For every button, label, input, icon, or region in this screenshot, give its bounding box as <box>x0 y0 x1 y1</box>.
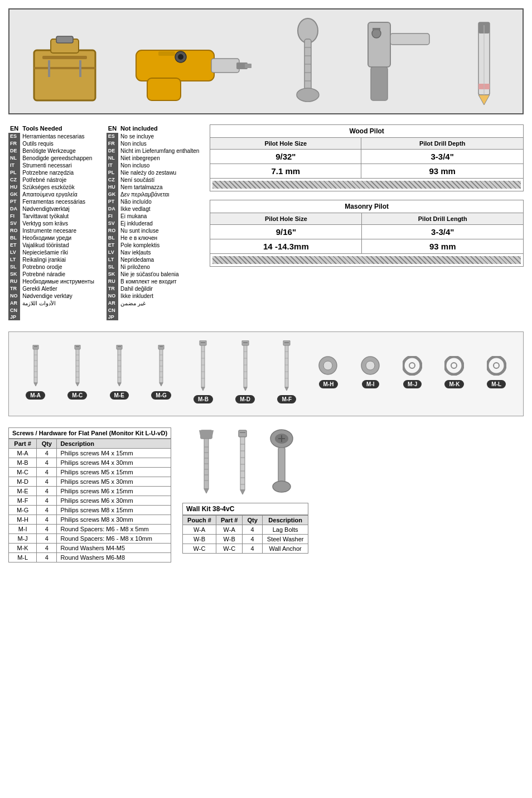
hw-part: M-B <box>9 458 37 468</box>
lang-code: ES <box>107 133 118 140</box>
part-label-m-c: M-C <box>67 391 87 400</box>
wall-kit-row: W-BW-B4Steel Washer <box>183 535 308 544</box>
hw-part: M-F <box>9 496 37 506</box>
svg-marker-116 <box>204 489 209 493</box>
lang-code: AR <box>8 300 20 307</box>
svg-rect-2 <box>56 36 73 43</box>
part-item-m-h: M-H <box>318 356 338 388</box>
lang-code: IT <box>107 162 118 169</box>
lang-code: PT <box>8 198 20 205</box>
lang-code: TR <box>8 285 20 292</box>
lang-code: LT <box>8 256 20 263</box>
wood-hatch <box>212 181 521 189</box>
hw-desc: Round Washers M4-M5 <box>57 544 171 553</box>
lang-code: LV <box>107 249 118 256</box>
masonry-drill-length-header: Pilot Drill Length <box>362 213 524 225</box>
lang-code: CZ <box>107 176 118 184</box>
section4: Screws / Hardware for Flat Panel (Monito… <box>8 427 524 563</box>
lang-code: SK <box>107 271 118 278</box>
hw-qty: 4 <box>37 525 57 534</box>
wall-col-desc: Description <box>262 515 308 525</box>
hw-qty: 4 <box>37 468 57 477</box>
lang-code: DE <box>107 147 118 155</box>
part-image-m-k <box>444 356 464 377</box>
part-item-m-e: M-E <box>110 345 129 400</box>
lang-code: GK <box>8 191 20 198</box>
svg-marker-86 <box>244 387 247 391</box>
lag-bolt-icon <box>192 427 220 494</box>
lang-text: Nie należy do zestawu <box>118 169 201 176</box>
lang-text <box>20 307 96 314</box>
masonry-hole-size-header: Pilot Hole Size <box>210 213 362 225</box>
masonry-pilot-table: Pilot Hole Size Pilot Drill Length 9/16"… <box>210 213 524 267</box>
lang-code: CN <box>8 307 20 314</box>
part-label-m-a: M-A <box>26 391 45 400</box>
lang-code: ET <box>107 242 118 249</box>
svg-marker-77 <box>201 387 205 391</box>
part-item-m-a: M-A <box>26 345 45 400</box>
lang-text: Δεν περιλαμβάνεται <box>118 191 201 198</box>
col-desc-header: Description <box>57 439 171 449</box>
svg-rect-8 <box>211 59 239 73</box>
svg-point-99 <box>366 361 375 370</box>
lang-text: Verktyg som krävs <box>20 220 96 227</box>
svg-rect-51 <box>117 345 122 349</box>
lang-code: RO <box>107 227 118 234</box>
part-image-m-g <box>155 345 167 388</box>
part-label-m-g: M-G <box>151 391 171 400</box>
wood-pilot-title: Wood Pilot <box>210 124 524 137</box>
wk-part: W-B <box>216 535 243 544</box>
lang-text: Ikke vedlagt <box>118 205 201 213</box>
wood-hole-size-header: Pilot Hole Size <box>210 138 361 150</box>
lang-text: Nem tartalmazza <box>118 184 201 191</box>
lang-text: Não incluído <box>118 198 201 205</box>
svg-point-17 <box>297 88 319 102</box>
lang-text <box>118 314 201 320</box>
col-qty-header: Qty <box>37 439 57 449</box>
wood-pilot-table: Pilot Hole Size Pilot Drill Depth 9/32" … <box>210 137 524 191</box>
wk-pouch: W-C <box>183 544 216 554</box>
part-label-m-i: M-I <box>362 380 379 388</box>
lang-text: Potrebno orodje <box>20 263 96 271</box>
lang-code: DA <box>8 205 20 213</box>
wk-qty: 4 <box>243 525 262 535</box>
lang-text: Non incluso <box>118 162 201 169</box>
svg-rect-117 <box>239 430 246 437</box>
lang-text: Ei mukana <box>118 213 201 220</box>
part-image-m-l <box>487 356 506 377</box>
wall-kit-title: Wall Kit 38-4vC <box>183 503 308 516</box>
svg-marker-95 <box>285 387 288 391</box>
lang-code: CN <box>107 307 118 314</box>
lang-code: HU <box>8 184 20 191</box>
screw-icon <box>229 427 257 494</box>
lang-code: DA <box>107 205 118 213</box>
lang-code: LT <box>107 256 118 263</box>
hardware-row: M-K4Round Washers M4-M5 <box>9 544 171 553</box>
hw-desc: Philips screws M8 x 15mm <box>57 506 171 515</box>
lang-text: Tools Needed <box>20 124 96 133</box>
lang-code: FR <box>107 140 118 147</box>
lang-text: غير مضمن <box>118 300 201 307</box>
lang-text: No se incluye <box>118 133 201 140</box>
hw-desc: Philips screws M6 x 30mm <box>57 496 171 506</box>
lang-text <box>20 314 96 320</box>
svg-marker-68 <box>159 383 163 386</box>
lang-code: ET <box>8 242 20 249</box>
lang-code: LV <box>8 249 20 256</box>
lang-code: BL <box>107 234 118 242</box>
part-item-m-j: M-J <box>403 356 422 388</box>
part-label-m-d: M-D <box>235 395 255 403</box>
section2: ENTools NeededESHerramientas necesariasF… <box>8 124 524 320</box>
wall-kit-row: W-CW-C4Wall Anchor <box>183 544 308 554</box>
hw-qty: 4 <box>37 506 57 515</box>
lang-code: ES <box>8 133 20 140</box>
part-item-m-f: M-F <box>277 340 296 403</box>
svg-point-104 <box>487 357 505 374</box>
lang-code: RO <box>8 227 20 234</box>
wood-row1-depth: 3-3/4" <box>361 150 524 164</box>
svg-point-102 <box>445 357 463 374</box>
part-label-m-h: M-H <box>319 380 338 388</box>
lang-code: EN <box>8 124 20 133</box>
part-image-m-b <box>197 340 209 392</box>
part-image-m-d <box>239 340 252 392</box>
